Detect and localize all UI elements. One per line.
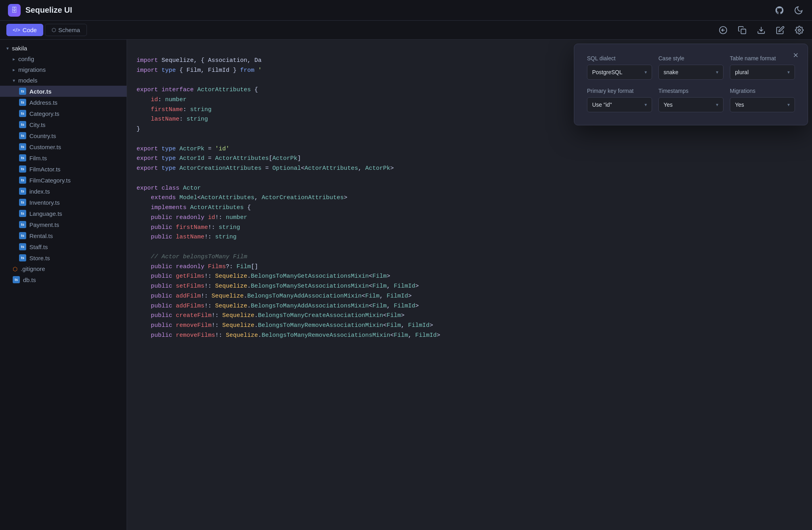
ts-icon: ts	[19, 232, 26, 239]
setting-table-name-format: Table name format plural ▾	[730, 55, 795, 80]
settings-overlay: SQL dialect PostgreSQL ▾ Case style snak…	[574, 44, 808, 125]
sidebar-item-label: Category.ts	[29, 110, 60, 117]
migrations-select[interactable]: Yes ▾	[730, 97, 795, 112]
ts-icon: ts	[19, 243, 26, 250]
ts-icon: ts	[19, 121, 26, 128]
timestamps-select[interactable]: Yes ▾	[658, 97, 723, 112]
setting-migrations: Migrations Yes ▾	[730, 88, 795, 112]
case-style-value: snake	[664, 69, 678, 75]
chevron-down-icon: ▾	[716, 69, 718, 75]
gitignore-icon: ⬡	[13, 266, 17, 272]
setting-case-style: Case style snake ▾	[658, 55, 723, 80]
sidebar-item-inventory-ts[interactable]: ts Inventory.ts	[0, 197, 127, 208]
sidebar-item-db-ts[interactable]: ts db.ts	[0, 274, 127, 285]
sidebar-item-payment-ts[interactable]: ts Payment.ts	[0, 219, 127, 230]
ts-icon: ts	[13, 276, 20, 283]
sidebar-item-label: index.ts	[29, 188, 50, 195]
chevron-down-icon: ▾	[645, 69, 647, 75]
titlebar: 🗄 Sequelize UI	[0, 0, 812, 21]
download-button[interactable]	[755, 24, 768, 36]
ts-icon: ts	[19, 154, 26, 161]
sidebar-item-migrations[interactable]: ▸ migrations	[0, 64, 127, 75]
ts-icon: ts	[19, 188, 26, 195]
sidebar-item-label: Country.ts	[29, 132, 56, 139]
sidebar-item-filmcategory-ts[interactable]: ts FilmCategory.ts	[0, 175, 127, 186]
titlebar-left: 🗄 Sequelize UI	[8, 4, 72, 17]
chevron-down-icon: ▾	[787, 102, 790, 108]
setting-table-name-format-label: Table name format	[730, 55, 795, 61]
code-editor[interactable]: import Sequelize, { Association, Da impo…	[127, 40, 812, 530]
sidebar-item-label: Address.ts	[29, 99, 58, 106]
sidebar-item-label: Customer.ts	[29, 144, 61, 150]
sql-dialect-value: PostgreSQL	[592, 69, 622, 75]
close-button[interactable]	[790, 50, 801, 61]
setting-sql-dialect: SQL dialect PostgreSQL ▾	[587, 55, 652, 80]
primary-key-format-value: Use "id"	[592, 102, 612, 108]
tabbar: </> Code ⬡ Schema	[0, 21, 812, 40]
sidebar-item-label: City.ts	[29, 121, 46, 128]
titlebar-icons	[774, 5, 804, 16]
tab-code-label: Code	[23, 27, 37, 33]
sidebar-item-label: .gitignore	[21, 265, 45, 272]
ts-icon: ts	[19, 88, 26, 95]
sidebar: ▾ sakila ▸ config ▸ migrations ▾ models …	[0, 40, 127, 530]
sidebar-item-filmactor-ts[interactable]: ts FilmActor.ts	[0, 163, 127, 175]
edit-button[interactable]	[774, 24, 787, 36]
sidebar-item-label: Actor.ts	[29, 88, 52, 95]
sidebar-item-label: sakila	[12, 45, 27, 52]
ts-icon: ts	[19, 99, 26, 106]
sidebar-item-store-ts[interactable]: ts Store.ts	[0, 252, 127, 263]
case-style-select[interactable]: snake ▾	[658, 65, 723, 80]
sidebar-item-address-ts[interactable]: ts Address.ts	[0, 97, 127, 108]
back-button[interactable]	[717, 24, 729, 36]
ts-icon: ts	[19, 210, 26, 217]
table-name-format-select[interactable]: plural ▾	[730, 65, 795, 80]
settings-button[interactable]	[793, 24, 806, 36]
primary-key-format-select[interactable]: Use "id" ▾	[587, 97, 652, 112]
copy-button[interactable]	[736, 24, 749, 36]
tabs: </> Code ⬡ Schema	[6, 24, 87, 36]
svg-point-4	[798, 29, 800, 31]
sidebar-item-config[interactable]: ▸ config	[0, 54, 127, 64]
sidebar-item-film-ts[interactable]: ts Film.ts	[0, 152, 127, 163]
schema-tab-icon: ⬡	[52, 27, 56, 33]
sidebar-item-models[interactable]: ▾ models	[0, 75, 127, 86]
sidebar-item-country-ts[interactable]: ts Country.ts	[0, 130, 127, 141]
sidebar-item-label: Staff.ts	[29, 244, 48, 250]
app-icon: 🗄	[8, 4, 21, 17]
sidebar-item-category-ts[interactable]: ts Category.ts	[0, 108, 127, 119]
sidebar-item-label: db.ts	[23, 277, 36, 283]
sidebar-item-customer-ts[interactable]: ts Customer.ts	[0, 141, 127, 152]
chevron-down-icon: ▾	[6, 46, 9, 51]
setting-timestamps-label: Timestamps	[658, 88, 723, 94]
sidebar-item-sakila[interactable]: ▾ sakila	[0, 43, 127, 54]
setting-case-style-label: Case style	[658, 55, 723, 61]
sidebar-item-city-ts[interactable]: ts City.ts	[0, 119, 127, 130]
main: ▾ sakila ▸ config ▸ migrations ▾ models …	[0, 40, 812, 530]
chevron-down-icon: ▾	[787, 69, 790, 75]
ts-icon: ts	[19, 143, 26, 150]
sidebar-item-actor-ts[interactable]: ts Actor.ts	[0, 86, 127, 97]
sidebar-item-staff-ts[interactable]: ts Staff.ts	[0, 241, 127, 252]
tab-schema-label: Schema	[58, 27, 80, 33]
sidebar-item-label: Rental.ts	[29, 232, 53, 239]
sidebar-item-gitignore[interactable]: ⬡ .gitignore	[0, 263, 127, 274]
github-icon[interactable]	[774, 5, 785, 16]
tab-schema[interactable]: ⬡ Schema	[45, 24, 87, 36]
sql-dialect-select[interactable]: PostgreSQL ▾	[587, 65, 652, 80]
moon-icon[interactable]	[793, 5, 804, 16]
ts-icon: ts	[19, 199, 26, 206]
code-tab-icon: </>	[13, 27, 20, 33]
setting-sql-dialect-label: SQL dialect	[587, 55, 652, 61]
sidebar-item-label: models	[18, 77, 37, 84]
ts-icon: ts	[19, 254, 26, 261]
setting-timestamps: Timestamps Yes ▾	[658, 88, 723, 112]
sidebar-item-language-ts[interactable]: ts Language.ts	[0, 208, 127, 219]
sidebar-item-label: Payment.ts	[29, 221, 59, 228]
tab-code[interactable]: </> Code	[6, 24, 43, 36]
chevron-right-icon: ▸	[13, 56, 15, 62]
sidebar-item-rental-ts[interactable]: ts Rental.ts	[0, 230, 127, 241]
chevron-down-icon: ▾	[645, 102, 647, 108]
ts-icon: ts	[19, 165, 26, 173]
sidebar-item-index-ts[interactable]: ts index.ts	[0, 186, 127, 197]
